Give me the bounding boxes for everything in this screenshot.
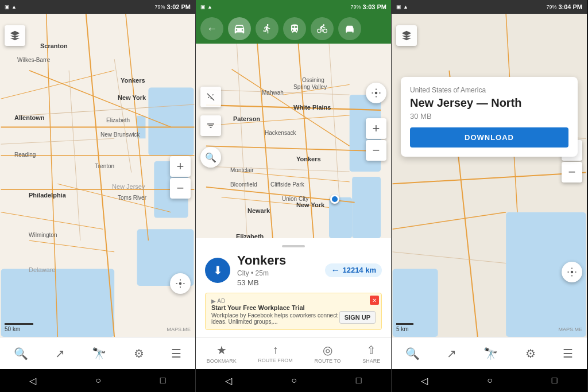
ad-close-btn[interactable]: ✕ <box>370 296 379 305</box>
bookmark-action[interactable]: ★ BOOKMARK <box>207 343 237 364</box>
filter-btn[interactable] <box>200 115 221 136</box>
back-btn-2[interactable]: ◁ <box>225 375 232 386</box>
location-button-3[interactable] <box>562 262 582 282</box>
recents-btn-2[interactable]: □ <box>356 375 362 386</box>
dl-region: New Jersey — North <box>410 96 568 110</box>
place-subtitle: City • 25m <box>237 269 286 277</box>
location-dot-2 <box>330 195 339 204</box>
settings-tab-3[interactable]: ⚙ <box>525 347 536 360</box>
layers-button-3[interactable] <box>396 25 417 46</box>
status-icons-left: ▣ ▲ <box>5 4 17 10</box>
search-float-btn[interactable]: 🔍 <box>200 147 221 168</box>
map-background-3: United States of America New Jersey — No… <box>392 14 587 337</box>
zoom-controls-1: + − <box>170 156 191 199</box>
battery-icon: 79% <box>154 4 165 10</box>
android-nav-2: ◁ ○ □ <box>196 369 391 392</box>
maps-me-logo-1: MAPS.ME <box>167 327 191 332</box>
menu-tab-1[interactable]: ☰ <box>171 347 181 360</box>
bike-mode-btn[interactable] <box>311 17 334 40</box>
discover-tab-1[interactable]: 🔭 <box>92 347 106 360</box>
share-action[interactable]: ⇧ SHARE <box>362 343 380 364</box>
route-to-icon: ◎ <box>323 343 332 357</box>
status-time-2: 3:03 PM <box>362 3 386 10</box>
place-size: 53 MB <box>237 278 286 287</box>
share-icon: ⇧ <box>366 343 376 357</box>
zoom-out-2[interactable]: − <box>366 140 386 161</box>
menu-icon-1: ☰ <box>171 347 181 360</box>
status-icons-left-3: ▣ ▲ <box>396 4 408 10</box>
zoom-out-1[interactable]: − <box>170 178 191 199</box>
ad-title: Start Your Free Workplace Trial <box>211 304 376 311</box>
search-tab-3[interactable]: 🔍 <box>405 347 420 360</box>
wifi-icon-2: ▲ <box>207 4 212 10</box>
phone-2: ▣ ▲ 79% 3:03 PM ← <box>196 0 392 392</box>
place-info-row: ⬇ Yonkers City • 25m 53 MB ← 12214 km <box>205 253 382 287</box>
route-to-action[interactable]: ◎ ROUTE TO <box>314 343 341 364</box>
svg-line-34 <box>206 90 350 95</box>
zoom-out-3[interactable]: − <box>562 162 582 183</box>
map-scale-3: 5 km <box>396 323 413 332</box>
svg-line-12 <box>1 71 115 99</box>
svg-line-28 <box>298 44 314 238</box>
directions-tab-3[interactable]: ↗ <box>447 347 457 360</box>
menu-tab-3[interactable]: ☰ <box>563 347 573 360</box>
map-area-3[interactable]: United States of America New Jersey — No… <box>392 14 587 337</box>
signal-icon-2: ▣ <box>200 4 206 10</box>
maps-me-logo-3: MAPS.ME <box>558 327 582 332</box>
settings-icon-1: ⚙ <box>134 347 144 360</box>
recents-btn-1[interactable]: □ <box>160 375 166 386</box>
back-nav-btn[interactable]: ← <box>200 17 223 40</box>
svg-line-27 <box>257 44 273 238</box>
svg-line-35 <box>206 166 350 172</box>
svg-rect-22 <box>352 177 381 238</box>
svg-line-45 <box>393 173 586 184</box>
route-from-action[interactable]: ↑ ROUTE FROM <box>258 343 293 363</box>
ad-label: ▶ AD <box>211 298 376 304</box>
phone-1: ▣ ▲ 79% 3:02 PM <box>0 0 196 392</box>
sign-up-button[interactable]: SIGN UP <box>339 311 376 324</box>
no-route-btn[interactable] <box>200 87 221 107</box>
download-button[interactable]: DOWNLOAD <box>410 127 568 148</box>
svg-point-20 <box>179 282 182 285</box>
map-roads-3 <box>392 14 587 337</box>
location-button-1[interactable] <box>170 273 191 294</box>
discover-icon-3: 🔭 <box>483 347 498 360</box>
panel-handle <box>282 245 305 247</box>
back-btn-1[interactable]: ◁ <box>29 375 36 386</box>
status-bar-2: ▣ ▲ 79% 3:03 PM <box>196 0 391 14</box>
svg-line-31 <box>237 172 349 182</box>
android-nav-3: ◁ ○ □ <box>392 369 587 392</box>
location-button-2[interactable] <box>366 83 386 103</box>
zoom-in-1[interactable]: + <box>170 156 191 177</box>
battery-icon-3: 79% <box>546 4 556 10</box>
directions-tab-1[interactable]: ↗ <box>55 347 65 360</box>
wifi-icon-3: ▲ <box>403 4 408 10</box>
svg-line-14 <box>1 212 103 230</box>
svg-point-42 <box>375 92 378 95</box>
map-background-2: Ossining Spring Valley Mahwah White Plai… <box>196 44 391 238</box>
map-area-2[interactable]: Ossining Spring Valley Mahwah White Plai… <box>196 44 391 238</box>
recents-btn-3[interactable]: □ <box>552 375 558 386</box>
settings-tab-1[interactable]: ⚙ <box>134 347 144 360</box>
status-time-3: 3:04 PM <box>558 3 582 10</box>
bottom-bar-1: 🔍 ↗ 🔭 ⚙ ☰ <box>0 337 195 369</box>
back-btn-3[interactable]: ◁ <box>421 375 428 386</box>
layers-button-1[interactable] <box>5 25 25 46</box>
svg-line-46 <box>393 212 506 230</box>
map-area-1[interactable]: Scranton Wilkes-Barre Allentown Reading … <box>0 14 195 337</box>
search-icon-3: 🔍 <box>405 347 420 360</box>
settings-icon-3: ⚙ <box>525 347 536 360</box>
discover-tab-3[interactable]: 🔭 <box>483 347 498 360</box>
svg-line-30 <box>206 115 350 126</box>
home-btn-3[interactable]: ○ <box>487 375 493 386</box>
car-mode-btn[interactable] <box>228 17 251 40</box>
search-tab-1[interactable]: 🔍 <box>14 347 28 360</box>
home-btn-1[interactable]: ○ <box>95 375 101 386</box>
walk-mode-btn[interactable] <box>256 17 278 40</box>
transit-mode-btn[interactable] <box>283 17 306 40</box>
signal-icon: ▣ <box>5 4 10 10</box>
taxi-mode-btn[interactable] <box>338 17 361 40</box>
zoom-in-2[interactable]: + <box>366 118 386 139</box>
home-btn-2[interactable]: ○ <box>291 375 297 386</box>
status-right-2: 79% 3:03 PM <box>350 3 386 10</box>
